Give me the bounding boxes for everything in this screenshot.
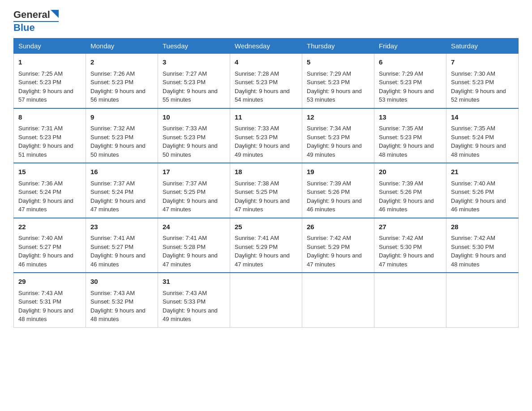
daylight-text: Daylight: 9 hours and 50 minutes [90,142,146,158]
calendar-cell: 20Sunrise: 7:39 AMSunset: 5:26 PMDayligh… [374,163,446,218]
sunset-text: Sunset: 5:30 PM [451,244,494,250]
calendar-cell: 3Sunrise: 7:27 AMSunset: 5:23 PMDaylight… [158,54,230,108]
week-row-5: 29Sunrise: 7:43 AMSunset: 5:31 PMDayligh… [14,273,519,327]
sunrise-text: Sunrise: 7:39 AM [307,180,351,187]
day-number: 17 [163,167,225,177]
sunset-text: Sunset: 5:30 PM [379,244,422,250]
calendar-cell: 16Sunrise: 7:37 AMSunset: 5:24 PMDayligh… [86,163,158,218]
sunset-text: Sunset: 5:26 PM [307,188,350,195]
sunrise-text: Sunrise: 7:26 AM [90,70,135,77]
sunset-text: Sunset: 5:31 PM [18,298,61,305]
day-number: 14 [451,112,514,123]
day-number: 13 [379,112,442,123]
calendar-cell: 8Sunrise: 7:31 AMSunset: 5:23 PMDaylight… [14,108,86,163]
calendar-cell: 2Sunrise: 7:26 AMSunset: 5:23 PMDaylight… [86,54,158,108]
calendar-cell: 1Sunrise: 7:25 AMSunset: 5:23 PMDaylight… [14,54,86,108]
sunset-text: Sunset: 5:24 PM [451,134,494,141]
calendar-cell: 29Sunrise: 7:43 AMSunset: 5:31 PMDayligh… [14,273,86,327]
day-number: 15 [18,167,81,177]
daylight-text: Daylight: 9 hours and 47 minutes [235,252,290,268]
daylight-text: Daylight: 9 hours and 50 minutes [163,142,218,158]
daylight-text: Daylight: 9 hours and 47 minutes [163,197,218,213]
sunset-text: Sunset: 5:23 PM [307,79,350,86]
calendar-cell: 17Sunrise: 7:37 AMSunset: 5:25 PMDayligh… [158,163,230,218]
week-row-3: 15Sunrise: 7:36 AMSunset: 5:24 PMDayligh… [14,163,519,218]
day-number: 22 [18,222,81,232]
calendar-cell: 31Sunrise: 7:43 AMSunset: 5:33 PMDayligh… [158,273,230,327]
calendar-cell: 11Sunrise: 7:33 AMSunset: 5:23 PMDayligh… [230,108,302,163]
daylight-text: Daylight: 9 hours and 53 minutes [307,88,362,103]
sunset-text: Sunset: 5:23 PM [90,134,133,141]
sunset-text: Sunset: 5:32 PM [90,298,133,305]
calendar-cell: 7Sunrise: 7:30 AMSunset: 5:23 PMDaylight… [446,54,519,108]
sunset-text: Sunset: 5:25 PM [163,188,206,195]
calendar-cell: 25Sunrise: 7:41 AMSunset: 5:29 PMDayligh… [230,218,302,273]
day-number: 26 [307,222,369,232]
daylight-text: Daylight: 9 hours and 47 minutes [235,197,290,213]
calendar-cell [230,273,302,327]
week-row-4: 22Sunrise: 7:40 AMSunset: 5:27 PMDayligh… [14,218,519,273]
sunrise-text: Sunrise: 7:31 AM [18,125,63,132]
calendar-cell: 26Sunrise: 7:42 AMSunset: 5:29 PMDayligh… [302,218,374,273]
sunset-text: Sunset: 5:26 PM [379,188,422,195]
page-header: General Blue [13,9,519,34]
day-number: 4 [235,57,297,68]
calendar-cell [302,273,374,327]
day-number: 9 [90,112,153,123]
day-number: 7 [451,57,514,68]
sunset-text: Sunset: 5:27 PM [90,244,133,250]
day-number: 29 [18,277,81,287]
sunrise-text: Sunrise: 7:43 AM [163,290,207,296]
column-header-thursday: Thursday [302,39,374,54]
day-number: 8 [18,112,81,123]
calendar-cell: 5Sunrise: 7:29 AMSunset: 5:23 PMDaylight… [302,54,374,108]
daylight-text: Daylight: 9 hours and 46 minutes [18,252,73,268]
sunset-text: Sunset: 5:23 PM [90,79,133,86]
sunrise-text: Sunrise: 7:41 AM [163,235,207,241]
daylight-text: Daylight: 9 hours and 47 minutes [307,252,362,268]
sunset-text: Sunset: 5:23 PM [235,134,278,141]
sunset-text: Sunset: 5:23 PM [163,79,206,86]
calendar-cell: 23Sunrise: 7:41 AMSunset: 5:27 PMDayligh… [86,218,158,273]
calendar-cell [446,273,519,327]
sunrise-text: Sunrise: 7:29 AM [307,70,351,77]
daylight-text: Daylight: 9 hours and 46 minutes [451,197,506,213]
sunset-text: Sunset: 5:29 PM [235,244,278,250]
calendar-cell: 6Sunrise: 7:29 AMSunset: 5:23 PMDaylight… [374,54,446,108]
day-number: 31 [163,277,225,287]
sunrise-text: Sunrise: 7:37 AM [163,180,207,187]
sunrise-text: Sunrise: 7:37 AM [90,180,135,187]
sunrise-text: Sunrise: 7:36 AM [18,180,63,187]
daylight-text: Daylight: 9 hours and 47 minutes [90,197,146,213]
sunrise-text: Sunrise: 7:39 AM [379,180,423,187]
sunrise-text: Sunrise: 7:42 AM [307,235,351,241]
logo-triangle-icon [51,10,59,20]
calendar-cell: 22Sunrise: 7:40 AMSunset: 5:27 PMDayligh… [14,218,86,273]
daylight-text: Daylight: 9 hours and 57 minutes [18,88,73,103]
daylight-text: Daylight: 9 hours and 46 minutes [90,252,146,268]
daylight-text: Daylight: 9 hours and 49 minutes [307,142,362,158]
daylight-text: Daylight: 9 hours and 52 minutes [451,88,506,103]
day-number: 18 [235,167,297,177]
day-number: 19 [307,167,369,177]
logo-general-text: General [13,9,50,21]
sunset-text: Sunset: 5:27 PM [18,244,61,250]
day-number: 3 [163,57,225,68]
day-number: 24 [163,222,225,232]
sunrise-text: Sunrise: 7:40 AM [18,235,63,241]
day-number: 12 [307,112,369,123]
calendar-cell: 9Sunrise: 7:32 AMSunset: 5:23 PMDaylight… [86,108,158,163]
sunrise-text: Sunrise: 7:41 AM [235,235,279,241]
week-row-2: 8Sunrise: 7:31 AMSunset: 5:23 PMDaylight… [14,108,519,163]
sunset-text: Sunset: 5:33 PM [163,298,206,305]
sunrise-text: Sunrise: 7:38 AM [235,180,279,187]
day-number: 10 [163,112,225,123]
sunrise-text: Sunrise: 7:43 AM [90,290,135,296]
sunrise-text: Sunrise: 7:28 AM [235,70,279,77]
sunrise-text: Sunrise: 7:27 AM [163,70,207,77]
sunrise-text: Sunrise: 7:30 AM [451,70,495,77]
calendar-cell: 27Sunrise: 7:42 AMSunset: 5:30 PMDayligh… [374,218,446,273]
sunset-text: Sunset: 5:24 PM [18,188,61,195]
sunrise-text: Sunrise: 7:42 AM [379,235,423,241]
sunset-text: Sunset: 5:26 PM [451,188,494,195]
